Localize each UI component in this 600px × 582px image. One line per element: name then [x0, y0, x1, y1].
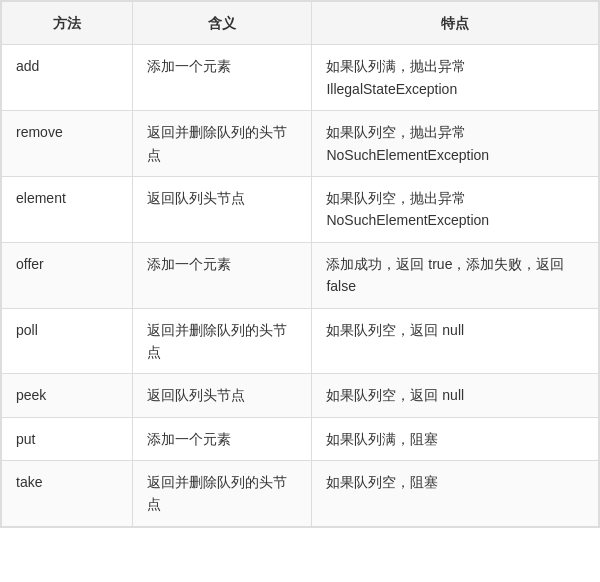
header-method: 方法 — [2, 2, 133, 45]
table-row: take返回并删除队列的头节点如果队列空，阻塞 — [2, 461, 599, 527]
header-meaning: 含义 — [133, 2, 312, 45]
cell-method: element — [2, 176, 133, 242]
cell-feature: 如果队列空，返回 null — [312, 374, 599, 417]
cell-meaning: 返回并删除队列的头节点 — [133, 308, 312, 374]
table-row: remove返回并删除队列的头节点如果队列空，抛出异常 NoSuchElemen… — [2, 111, 599, 177]
cell-feature: 如果队列满，阻塞 — [312, 417, 599, 460]
cell-method: remove — [2, 111, 133, 177]
cell-feature: 如果队列空，抛出异常 NoSuchElementException — [312, 111, 599, 177]
table-row: add添加一个元素如果队列满，抛出异常 IllegalStateExceptio… — [2, 45, 599, 111]
cell-method: add — [2, 45, 133, 111]
cell-meaning: 返回并删除队列的头节点 — [133, 111, 312, 177]
table-header-row: 方法 含义 特点 — [2, 2, 599, 45]
cell-feature: 如果队列满，抛出异常 IllegalStateException — [312, 45, 599, 111]
cell-feature: 如果队列空，抛出异常 NoSuchElementException — [312, 176, 599, 242]
table-row: put添加一个元素如果队列满，阻塞 — [2, 417, 599, 460]
cell-method: peek — [2, 374, 133, 417]
table-row: offer添加一个元素添加成功，返回 true，添加失败，返回 false — [2, 242, 599, 308]
cell-method: take — [2, 461, 133, 527]
data-table: 方法 含义 特点 add添加一个元素如果队列满，抛出异常 IllegalStat… — [1, 1, 599, 527]
cell-feature: 添加成功，返回 true，添加失败，返回 false — [312, 242, 599, 308]
cell-feature: 如果队列空，返回 null — [312, 308, 599, 374]
cell-method: offer — [2, 242, 133, 308]
cell-meaning: 返回队列头节点 — [133, 176, 312, 242]
cell-meaning: 添加一个元素 — [133, 242, 312, 308]
cell-method: poll — [2, 308, 133, 374]
cell-feature: 如果队列空，阻塞 — [312, 461, 599, 527]
table-row: element返回队列头节点如果队列空，抛出异常 NoSuchElementEx… — [2, 176, 599, 242]
main-table-container: 方法 含义 特点 add添加一个元素如果队列满，抛出异常 IllegalStat… — [0, 0, 600, 528]
table-row: peek返回队列头节点如果队列空，返回 null — [2, 374, 599, 417]
cell-meaning: 返回并删除队列的头节点 — [133, 461, 312, 527]
cell-meaning: 返回队列头节点 — [133, 374, 312, 417]
header-feature: 特点 — [312, 2, 599, 45]
cell-method: put — [2, 417, 133, 460]
cell-meaning: 添加一个元素 — [133, 417, 312, 460]
table-row: poll返回并删除队列的头节点如果队列空，返回 null — [2, 308, 599, 374]
cell-meaning: 添加一个元素 — [133, 45, 312, 111]
